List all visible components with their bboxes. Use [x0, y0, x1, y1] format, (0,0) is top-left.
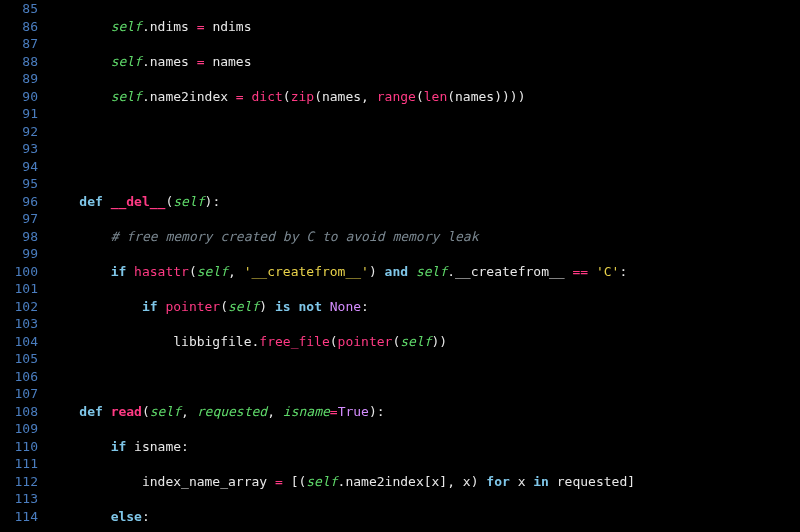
line-number: 95 — [0, 175, 38, 193]
line-number: 86 — [0, 18, 38, 36]
line-number-gutter: 85 86 87 88 89 90 91 92 93 94 95 96 97 9… — [0, 0, 48, 532]
line-number: 114 — [0, 508, 38, 526]
line-number: 103 — [0, 315, 38, 333]
line-number: 90 — [0, 88, 38, 106]
line-number: 106 — [0, 368, 38, 386]
line-number: 98 — [0, 228, 38, 246]
line-number: 88 — [0, 53, 38, 71]
code-line[interactable]: libbigfile.free_file(pointer(self)) — [48, 333, 800, 351]
line-number: 99 — [0, 245, 38, 263]
code-line[interactable]: self.ndims = ndims — [48, 18, 800, 36]
line-number: 102 — [0, 298, 38, 316]
line-number: 105 — [0, 350, 38, 368]
code-line[interactable]: if isname: — [48, 438, 800, 456]
line-number: 100 — [0, 263, 38, 281]
line-number: 104 — [0, 333, 38, 351]
line-number: 92 — [0, 123, 38, 141]
code-line[interactable] — [48, 158, 800, 176]
code-line[interactable]: # free memory created by C to avoid memo… — [48, 228, 800, 246]
line-number: 93 — [0, 140, 38, 158]
code-line[interactable]: def __del__(self): — [48, 193, 800, 211]
line-number: 91 — [0, 105, 38, 123]
line-number: 96 — [0, 193, 38, 211]
code-line[interactable]: if hasattr(self, '__createfrom__') and s… — [48, 263, 800, 281]
line-number: 87 — [0, 35, 38, 53]
line-number: 112 — [0, 473, 38, 491]
code-line[interactable] — [48, 123, 800, 141]
code-pane[interactable]: self.ndims = ndims self.names = names se… — [48, 0, 800, 532]
code-editor[interactable]: 85 86 87 88 89 90 91 92 93 94 95 96 97 9… — [0, 0, 800, 532]
code-line[interactable] — [48, 368, 800, 386]
line-number: 97 — [0, 210, 38, 228]
line-number: 85 — [0, 0, 38, 18]
line-number: 94 — [0, 158, 38, 176]
code-line[interactable]: index_name_array = [(self.name2index[x],… — [48, 473, 800, 491]
line-number: 110 — [0, 438, 38, 456]
line-number: 107 — [0, 385, 38, 403]
line-number: 89 — [0, 70, 38, 88]
code-line[interactable]: def read(self, requested, isname=True): — [48, 403, 800, 421]
code-line[interactable]: if pointer(self) is not None: — [48, 298, 800, 316]
line-number: 101 — [0, 280, 38, 298]
line-number: 113 — [0, 490, 38, 508]
line-number: 109 — [0, 420, 38, 438]
line-number: 111 — [0, 455, 38, 473]
code-line[interactable]: self.names = names — [48, 53, 800, 71]
line-number: 108 — [0, 403, 38, 421]
code-line[interactable]: else: — [48, 508, 800, 526]
code-line[interactable]: self.name2index = dict(zip(names, range(… — [48, 88, 800, 106]
